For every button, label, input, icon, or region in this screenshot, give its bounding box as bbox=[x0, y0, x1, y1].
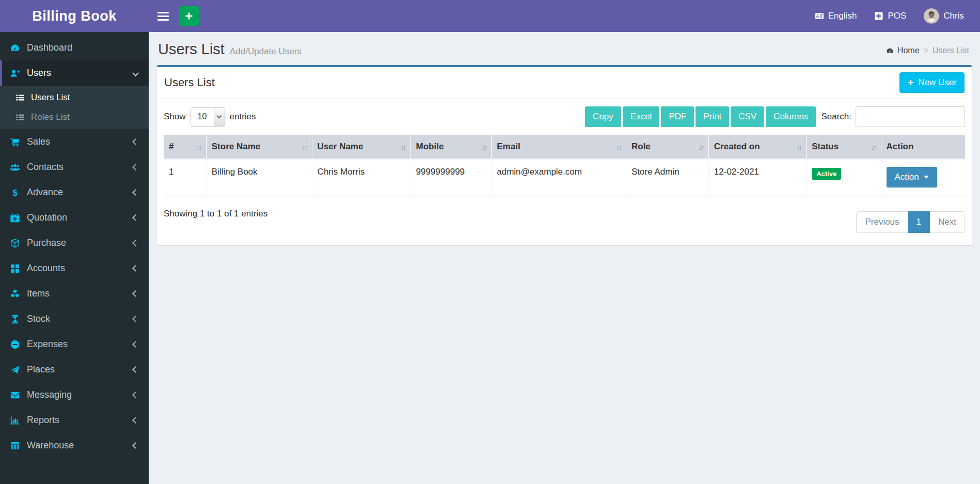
table-row: 1Billing BookChris Morris9999999999admin… bbox=[164, 159, 965, 196]
sidebar-item-label: Expenses bbox=[27, 339, 133, 350]
cell-role: Store Admin bbox=[626, 159, 708, 196]
brand-logo[interactable]: Billing Book bbox=[0, 0, 149, 32]
breadcrumb-separator: > bbox=[924, 46, 928, 55]
search-input[interactable] bbox=[856, 106, 965, 127]
column-header-store_name[interactable]: Store Name↓↑ bbox=[206, 135, 312, 159]
sidebar-item-label: Messaging bbox=[27, 389, 133, 400]
users-table: #↓↑Store Name↓↑User Name↓↑Mobile↓↑Email↓… bbox=[164, 135, 965, 197]
caret-down-icon bbox=[924, 176, 929, 179]
new-user-button[interactable]: New User bbox=[899, 72, 965, 93]
column-header-mobile[interactable]: Mobile↓↑ bbox=[410, 135, 492, 159]
svg-text:A: A bbox=[816, 13, 819, 19]
plus-icon bbox=[184, 11, 194, 21]
sidebar-item-users[interactable]: Users bbox=[0, 60, 149, 86]
sidebar-subitem-roles-list[interactable]: Roles List bbox=[0, 107, 149, 127]
pagination: Previous 1 Next bbox=[856, 211, 965, 233]
chevron-left-icon bbox=[132, 341, 139, 348]
column-label: Action bbox=[887, 142, 914, 151]
pagination-page-1[interactable]: 1 bbox=[908, 211, 930, 233]
envelope-icon bbox=[8, 390, 21, 400]
sidebar-subitem-users-list[interactable]: Users List bbox=[0, 88, 149, 107]
entries-label: entries bbox=[230, 112, 256, 122]
sidebar-item-purchase[interactable]: Purchase bbox=[0, 230, 149, 256]
export-button-excel[interactable]: Excel bbox=[623, 106, 660, 127]
minus-circle-icon bbox=[8, 339, 21, 350]
sidebar-item-warehouse[interactable]: Warehouse bbox=[0, 433, 149, 458]
column-label: User Name bbox=[318, 142, 363, 151]
sidebar-item-label: Contacts bbox=[27, 162, 133, 173]
sidebar-item-accounts[interactable]: Accounts bbox=[0, 256, 149, 281]
cubes-icon bbox=[8, 289, 21, 299]
chevron-left-icon bbox=[132, 290, 139, 297]
sidebar-submenu-users: Users ListRoles List bbox=[0, 86, 149, 129]
sidebar-item-label: Stock bbox=[27, 314, 133, 324]
export-button-print[interactable]: Print bbox=[696, 106, 729, 127]
column-label: Status bbox=[812, 142, 839, 151]
user-menu[interactable]: Chris bbox=[915, 0, 973, 32]
sidebar-item-label: Advance bbox=[27, 187, 133, 198]
chevron-left-icon bbox=[132, 366, 139, 373]
chevron-down-icon bbox=[132, 70, 139, 76]
sidebar-item-expenses[interactable]: Expenses bbox=[0, 332, 149, 357]
sidebar-item-label: Purchase bbox=[27, 238, 133, 248]
sidebar-item-messaging[interactable]: Messaging bbox=[0, 382, 149, 408]
navbar: A English POS Chris bbox=[149, 0, 980, 32]
sidebar-item-reports[interactable]: Reports bbox=[0, 408, 149, 433]
breadcrumb-home[interactable]: Home bbox=[886, 46, 920, 55]
cube-icon bbox=[8, 238, 21, 248]
pagination-previous[interactable]: Previous bbox=[856, 211, 908, 233]
sidebar-item-label: Warehouse bbox=[27, 440, 133, 451]
chevron-left-icon bbox=[132, 240, 139, 246]
pos-button[interactable]: POS bbox=[865, 0, 915, 32]
column-label: Mobile bbox=[416, 142, 444, 151]
export-button-columns[interactable]: Columns bbox=[766, 106, 816, 127]
column-header-status[interactable]: Status↓↑ bbox=[807, 135, 881, 159]
language-icon: A bbox=[815, 11, 824, 21]
row-action-button[interactable]: Action bbox=[887, 167, 937, 188]
cart-icon bbox=[8, 137, 21, 147]
sidebar-item-sales[interactable]: Sales bbox=[0, 129, 149, 154]
entries-select[interactable]: 10 bbox=[191, 107, 225, 127]
export-buttons-group: CopyExcelPDFPrintCSVColumns bbox=[583, 106, 816, 127]
list-icon bbox=[14, 93, 26, 102]
column-label: # bbox=[169, 142, 173, 151]
paper-plane-icon bbox=[8, 365, 21, 375]
sidebar-item-label: Sales bbox=[27, 136, 133, 147]
pagination-next[interactable]: Next bbox=[929, 211, 965, 233]
column-header-id[interactable]: #↓↑ bbox=[164, 135, 206, 159]
column-header-created_on[interactable]: Created on↓↑ bbox=[708, 135, 806, 159]
avatar bbox=[924, 8, 939, 24]
sidebar-item-places[interactable]: Places bbox=[0, 357, 149, 382]
sidebar-item-label: Accounts bbox=[27, 263, 133, 274]
chevron-left-icon bbox=[132, 265, 139, 272]
sidebar-item-quotation[interactable]: Quotation bbox=[0, 205, 149, 230]
sidebar-item-advance[interactable]: $Advance bbox=[0, 180, 149, 205]
sidebar-item-items[interactable]: Items bbox=[0, 281, 149, 306]
sort-icon: ↓↑ bbox=[699, 143, 703, 151]
export-button-pdf[interactable]: PDF bbox=[661, 106, 694, 127]
cell-user_name: Chris Morris bbox=[312, 159, 410, 196]
quick-add-button[interactable] bbox=[179, 6, 199, 26]
column-header-role[interactable]: Role↓↑ bbox=[626, 135, 708, 159]
export-button-csv[interactable]: CSV bbox=[731, 106, 764, 127]
sort-icon: ↓↑ bbox=[481, 143, 486, 151]
card-body: Show 10 entries CopyExcelPDFPrintCSVColu… bbox=[157, 99, 972, 245]
export-button-copy[interactable]: Copy bbox=[585, 106, 621, 127]
show-label: Show bbox=[164, 112, 186, 122]
bar-chart-icon bbox=[8, 415, 21, 426]
chevron-left-icon bbox=[132, 316, 139, 322]
sidebar-menu: DashboardUsersUsers ListRoles ListSalesC… bbox=[0, 32, 149, 458]
sidebar-toggle-button[interactable] bbox=[149, 0, 178, 32]
sidebar-item-contacts[interactable]: Contacts bbox=[0, 154, 149, 180]
sidebar-item-stock[interactable]: Stock bbox=[0, 306, 149, 332]
language-menu[interactable]: A English bbox=[806, 0, 866, 32]
sidebar-item-dashboard[interactable]: Dashboard bbox=[0, 35, 149, 60]
plus-icon bbox=[907, 79, 914, 86]
sidebar-item-label: Users bbox=[27, 68, 133, 79]
calendar-plus-icon bbox=[8, 213, 21, 223]
page-subtitle: Add/Update Users bbox=[230, 46, 302, 56]
sort-icon: ↓↑ bbox=[796, 143, 801, 151]
column-header-email[interactable]: Email↓↑ bbox=[492, 135, 626, 159]
column-label: Created on bbox=[714, 142, 760, 151]
column-header-user_name[interactable]: User Name↓↑ bbox=[312, 135, 410, 159]
